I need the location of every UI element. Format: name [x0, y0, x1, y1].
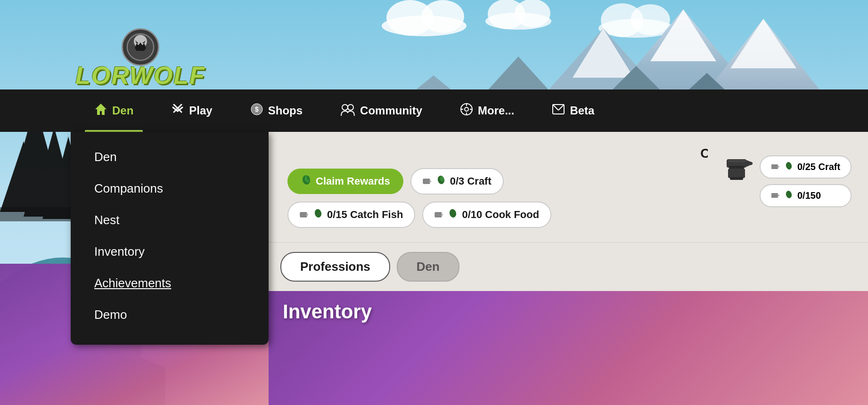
- svg-marker-117: [306, 213, 309, 216]
- cook-food-button[interactable]: 0/10 Cook Food: [422, 202, 551, 228]
- navbar-menu: Den Play $ Shops: [0, 89, 868, 132]
- craft-25-icon: [771, 162, 780, 172]
- svg-rect-131: [771, 193, 778, 198]
- anvil-quests: 0/25 Craft 0/150: [760, 155, 852, 207]
- inventory-area: Inventory: [269, 291, 868, 405]
- dropdown-item-demo[interactable]: Demo: [71, 299, 269, 331]
- dropdown-item-nest[interactable]: Nest: [71, 204, 269, 236]
- svg-point-121: [449, 208, 457, 218]
- craft-25-button[interactable]: 0/25 Craft: [760, 155, 852, 178]
- score-leaf-icon: [784, 190, 794, 202]
- anvil-row: 0/25 Craft 0/150: [720, 155, 856, 207]
- dropdown-item-companions[interactable]: Companions: [71, 173, 269, 204]
- craft-3-icon: [423, 175, 432, 187]
- beta-icon: [552, 103, 565, 119]
- claim-rewards-label: Claim Rewards: [316, 175, 390, 187]
- crafting-anvil-panel: 0/25 Craft 0/150: [708, 146, 868, 217]
- tabs-area: Professions Den: [269, 242, 868, 291]
- svg-rect-112: [423, 179, 430, 184]
- play-icon: [171, 103, 184, 119]
- svg-rect-127: [728, 160, 746, 162]
- craft-3-button[interactable]: 0/3 Craft: [410, 168, 504, 194]
- svg-point-99: [348, 105, 353, 110]
- svg-rect-116: [300, 212, 307, 217]
- dropdown-menu: Den Companions Nest Inventory Achievemen…: [71, 132, 269, 345]
- craft-3-label: 0/3 Craft: [450, 175, 491, 187]
- catch-fish-button[interactable]: 0/15 Catch Fish: [287, 202, 415, 228]
- logo-text: LORWOLF: [75, 61, 205, 89]
- craft-25-label: 0/25 Craft: [797, 162, 840, 172]
- community-icon: [340, 103, 355, 119]
- svg-line-108: [558, 105, 564, 110]
- svg-point-118: [314, 208, 322, 218]
- claim-leaf-icon: [301, 174, 312, 188]
- svg-marker-129: [778, 165, 780, 168]
- svg-marker-120: [441, 213, 443, 216]
- svg-point-133: [785, 190, 793, 199]
- catch-fish-label: 0/15 Catch Fish: [327, 209, 403, 221]
- tab-professions[interactable]: Professions: [280, 252, 390, 282]
- svg-rect-124: [728, 169, 745, 178]
- nav-label-play: Play: [189, 104, 212, 117]
- nav-item-shops[interactable]: $ Shops: [231, 89, 321, 132]
- logo-wolf-icon: [122, 28, 159, 66]
- anvil-icon: [720, 155, 753, 186]
- catch-fish-icon: [300, 209, 309, 221]
- more-icon: [460, 103, 473, 119]
- score-150-label: 0/150: [797, 190, 821, 201]
- logo-container: LORWOLF: [75, 28, 205, 89]
- cook-food-icon: [434, 209, 444, 221]
- svg-line-107: [553, 105, 558, 110]
- svg-point-98: [342, 105, 348, 110]
- catch-fish-leaf-icon: [313, 208, 323, 221]
- nav-label-den: Den: [112, 104, 133, 117]
- navbar: LORWOLF Den Play: [0, 0, 868, 132]
- tab-den[interactable]: Den: [397, 252, 459, 282]
- inventory-label: Inventory: [283, 300, 372, 323]
- dropdown-item-den[interactable]: Den: [71, 141, 269, 173]
- dropdown-item-achievements[interactable]: Achievements: [71, 267, 269, 299]
- svg-rect-119: [435, 212, 442, 217]
- nav-label-community: Community: [360, 104, 422, 117]
- den-icon: [94, 103, 107, 119]
- svg-marker-132: [778, 194, 780, 197]
- svg-point-130: [785, 162, 793, 170]
- nav-label-shops: Shops: [268, 104, 303, 117]
- nav-item-den[interactable]: Den: [75, 89, 152, 132]
- svg-marker-113: [429, 180, 432, 183]
- navbar-top: LORWOLF: [0, 0, 868, 89]
- craft-3-leaf-icon: [436, 175, 446, 188]
- dropdown-item-inventory[interactable]: Inventory: [71, 236, 269, 267]
- nav-item-community[interactable]: Community: [321, 89, 441, 132]
- nav-item-beta[interactable]: Beta: [533, 89, 613, 132]
- nav-item-play[interactable]: Play: [152, 89, 231, 132]
- cook-food-label: 0/10 Cook Food: [462, 209, 539, 221]
- craft-25-leaf-icon: [784, 161, 794, 173]
- svg-text:$: $: [255, 105, 259, 113]
- nav-label-beta: Beta: [570, 104, 594, 117]
- nav-item-more[interactable]: More...: [441, 89, 533, 132]
- cook-food-leaf-icon: [448, 208, 458, 221]
- svg-point-101: [465, 107, 468, 111]
- shops-icon: $: [250, 103, 263, 119]
- svg-marker-91: [95, 104, 106, 115]
- nav-label-more: More...: [478, 104, 514, 117]
- svg-rect-125: [730, 177, 743, 180]
- svg-rect-128: [771, 164, 778, 169]
- score-150-button[interactable]: 0/150: [760, 184, 852, 207]
- score-icon: [771, 190, 780, 201]
- claim-rewards-button[interactable]: Claim Rewards: [287, 169, 403, 194]
